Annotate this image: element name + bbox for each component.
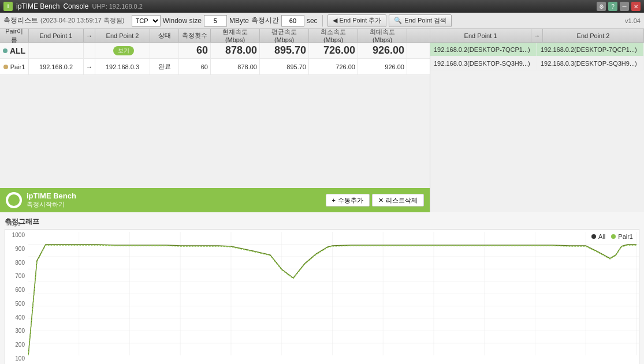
chart-svg [28,232,639,355]
separator [322,15,323,27]
th-current: 현재속도(Mbps) [211,29,260,42]
mbyte-label: MByte [229,17,249,25]
right-panel: End Point 1 → End Point 2 192.168.0.2(DE… [430,29,644,212]
right-row[interactable]: 192.168.0.2(DESKTOP-7QCP1...) 192.168.0.… [430,43,644,57]
close-button[interactable]: ✕ [631,2,641,11]
add-endpoint-button[interactable]: ◀ End Point 추가 [327,14,387,27]
table-row[interactable]: Pair1 192.168.0.2 → 192.168.0.3 완료 60 87… [0,59,430,75]
y-label-800: 800 [6,260,27,266]
y-label-1000: 1000 [6,232,27,238]
y-label-100: 100 [6,355,27,362]
pair-label: Pair1 [0,59,29,74]
th-status: 상태 [150,29,179,42]
protocol-select[interactable]: TCP UDP [132,15,161,27]
version-label: v1.04 [625,17,641,24]
y-label-900: 900 [6,246,27,252]
all-arrow [84,43,95,58]
toolbar: 측정리스트 (2023-04-20 13:59:17 측정됨) TCP UDP … [0,13,644,29]
info-title: ipTIME Bench [27,192,76,200]
uhp-label: UHP: 192.168.0.2 [92,3,142,10]
right-header: End Point 1 → End Point 2 [430,29,644,43]
app-name: ipTIME Bench [16,2,59,10]
th-min: 최소속도(Mbps) [309,29,358,42]
all-min: 726.00 [309,43,358,58]
info-icon [6,192,22,208]
y-label-400: 400 [6,314,27,321]
pair-status: 완료 [150,59,179,74]
th-max: 최대속도(Mbps) [358,29,407,42]
pair-ep2: 192.168.0.3 [95,59,150,74]
info-bar-left: ipTIME Bench 측정시작하기 [6,192,76,209]
all-ep2: 보기 [95,43,150,58]
all-dot [3,48,8,53]
y-label-500: 500 [6,301,27,307]
all-ep1 [29,43,84,58]
title-bar-right: ⚙ ? ─ ✕ [597,2,641,11]
delete-icon: ✕ [378,197,384,204]
pair-arrow: → [84,59,95,74]
left-panel: Pair이름 End Point 1 → End Point 2 상태 측정횟수… [0,29,430,212]
y-unit: Mbps [6,220,20,227]
gear-button[interactable]: ⚙ [597,2,606,11]
pair-max: 926.00 [358,59,407,74]
th-avg: 평균속도(Mbps) [260,29,309,42]
rth-ep2: End Point 2 [543,29,644,42]
graph-title: 측정그래프 [5,217,639,227]
minimize-button[interactable]: ─ [620,2,629,11]
right-ep2-0: 192.168.0.2(DESKTOP-7QCP1...) [537,43,644,56]
app-icon: i [3,2,13,11]
info-subtitle: 측정시작하기 [27,200,76,209]
title-bar: i ipTIME Bench Console UHP: 192.168.0.2 … [0,0,644,13]
th-arrow: → [84,29,95,42]
right-ep1-0: 192.168.0.2(DESKTOP-7QCP1...) [430,43,537,56]
search-endpoint-button[interactable]: 🔍 End Point 검색 [389,14,452,27]
pair-count: 60 [179,59,211,74]
y-axis: Mbps 1000 900 800 700 600 500 400 300 20… [5,230,28,364]
all-max: 926.00 [358,43,407,58]
right-body: 192.168.0.2(DESKTOP-7QCP1...) 192.168.0.… [430,43,644,212]
info-text: ipTIME Bench 측정시작하기 [27,192,76,209]
right-ep1-1: 192.168.0.3(DESKTOP-SQ3H9...) [430,57,537,70]
sec-label: sec [307,17,318,25]
all-row[interactable]: ALL 보기 60 878.00 895.70 726.00 [0,43,430,59]
arrow-left-icon: ◀ [333,17,337,24]
time-label: 측정시간 [251,16,279,25]
console-label: Console [63,2,88,10]
title-bar-left: i ipTIME Bench Console UHP: 192.168.0.2 [3,2,143,11]
th-ep1: End Point 1 [29,29,84,42]
delete-list-button[interactable]: ✕ 리스트삭제 [372,194,424,207]
y-label-600: 600 [6,287,27,293]
rth-arrow: → [531,29,543,42]
right-row[interactable]: 192.168.0.3(DESKTOP-SQ3H9...) 192.168.0.… [430,57,644,70]
plus-icon: + [332,197,336,204]
table-body: ALL 보기 60 878.00 895.70 726.00 [0,43,430,188]
measurement-date: (2023-04-20 13:59:17 측정됨) [40,16,125,25]
all-current: 878.00 [211,43,260,58]
time-input[interactable]: 60 [281,15,304,27]
window-size-label: Window size [163,17,202,25]
main-area: Pair이름 End Point 1 → End Point 2 상태 측정횟수… [0,29,644,212]
pair-dot [3,65,8,69]
all-pair-label: ALL [0,43,29,58]
measurement-list-label: 측정리스트 [3,16,38,25]
y-label-300: 300 [6,328,27,334]
pair-ep1: 192.168.0.2 [29,59,84,74]
window-size-input[interactable]: 5 [204,15,227,27]
pair-current: 878.00 [211,59,260,74]
all-avg: 895.70 [260,43,309,58]
info-bar-right: + 수동추가 ✕ 리스트삭제 [326,194,424,207]
table-header: Pair이름 End Point 1 → End Point 2 상태 측정횟수… [0,29,430,43]
th-ep2: End Point 2 [95,29,150,42]
right-ep2-1: 192.168.0.3(DESKTOP-SQ3H9...) [537,57,644,70]
view-button[interactable]: 보기 [113,46,134,55]
graph-section: 측정그래프 All Pair1 Mbps 1000 900 800 700 60… [0,212,644,364]
pair-avg: 895.70 [260,59,309,74]
graph-container: All Pair1 Mbps 1000 900 800 700 600 500 … [5,229,639,364]
y-label-200: 200 [6,342,27,348]
y-label-700: 700 [6,273,27,279]
info-bar: ipTIME Bench 측정시작하기 + 수동추가 ✕ 리스트삭제 [0,188,430,212]
all-status [150,43,179,58]
help-button[interactable]: ? [608,2,617,11]
add-manual-button[interactable]: + 수동추가 [326,194,370,207]
all-count: 60 [179,43,211,58]
